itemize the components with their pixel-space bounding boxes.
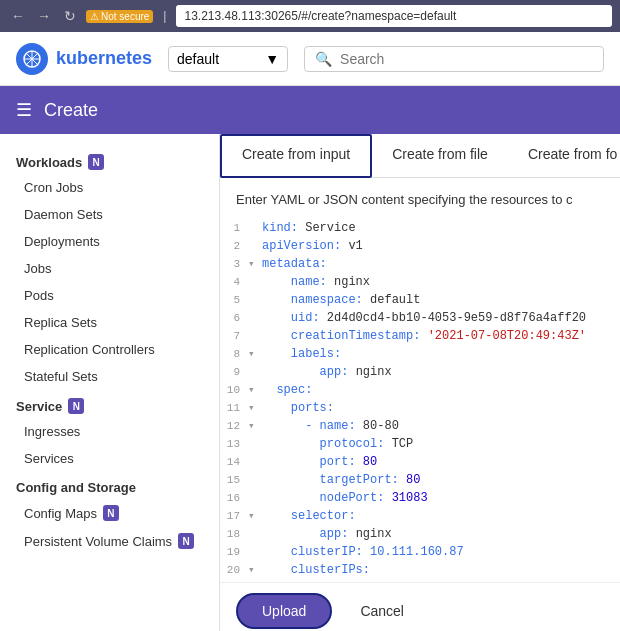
line-content: metadata: [262, 255, 620, 273]
line-content: app: nginx [262, 363, 620, 381]
code-line-2: 2 apiVersion: v1 [220, 237, 620, 255]
main-layout: Workloads N Cron Jobs Daemon Sets Deploy… [0, 134, 620, 631]
sidebar-item-replication-controllers[interactable]: Replication Controllers [0, 336, 219, 363]
line-content: spec: [262, 381, 620, 399]
line-content: - 10.111.160.87 [262, 579, 620, 582]
create-header-bar: ☰ Create [0, 86, 620, 134]
url-bar[interactable]: 13.213.48.113:30265/#/create?namespace=d… [176, 5, 612, 27]
tab-create-from-input[interactable]: Create from input [220, 134, 372, 178]
kubernetes-logo: kubernetes [16, 43, 152, 75]
sidebar-item-ingresses[interactable]: Ingresses [0, 418, 219, 445]
line-content: uid: 2d4d0cd4-bb10-4053-9e59-d8f76a4aff2… [262, 309, 620, 327]
browser-bar: ← → ↻ ⚠ Not secure | 13.213.48.113:30265… [0, 0, 620, 32]
line-arrow: ▾ [248, 255, 262, 273]
code-line-6: 6 uid: 2d4d0cd4-bb10-4053-9e59-d8f76a4af… [220, 309, 620, 327]
line-content: targetPort: 80 [262, 471, 620, 489]
sidebar: Workloads N Cron Jobs Daemon Sets Deploy… [0, 134, 220, 631]
line-content: - name: 80-80 [262, 417, 620, 435]
code-line-5: 5 namespace: default [220, 291, 620, 309]
sidebar-item-replica-sets[interactable]: Replica Sets [0, 309, 219, 336]
line-content: namespace: default [262, 291, 620, 309]
line-content: name: nginx [262, 273, 620, 291]
sidebar-section-config: Config and Storage [0, 472, 219, 499]
line-number: 5 [220, 291, 248, 309]
code-line-19: 19 clusterIP: 10.111.160.87 [220, 543, 620, 561]
namespace-selector[interactable]: default ▼ [168, 46, 288, 72]
warning-icon: ⚠ [90, 11, 99, 22]
search-bar[interactable]: 🔍 [304, 46, 604, 72]
code-line-15: 15 targetPort: 80 [220, 471, 620, 489]
line-content: creationTimestamp: '2021-07-08T20:49:43Z… [262, 327, 620, 345]
forward-button[interactable]: → [34, 8, 54, 24]
url-separator: | [159, 9, 170, 23]
code-line-10: 10▾ spec: [220, 381, 620, 399]
line-number: 18 [220, 525, 248, 543]
line-content: apiVersion: v1 [262, 237, 620, 255]
sidebar-item-config-maps[interactable]: Config Maps N [0, 499, 219, 527]
sidebar-item-cron-jobs[interactable]: Cron Jobs [0, 174, 219, 201]
line-arrow: ▾ [248, 381, 262, 399]
line-arrow: ▾ [248, 507, 262, 525]
hamburger-menu[interactable]: ☰ [16, 99, 32, 121]
code-line-1: 1 kind: Service [220, 219, 620, 237]
config-maps-badge: N [103, 505, 119, 521]
line-content: clusterIP: 10.111.160.87 [262, 543, 620, 561]
code-line-3: 3▾metadata: [220, 255, 620, 273]
line-content: protocol: TCP [262, 435, 620, 453]
sidebar-item-daemon-sets[interactable]: Daemon Sets [0, 201, 219, 228]
reload-button[interactable]: ↻ [60, 8, 80, 24]
code-line-17: 17▾ selector: [220, 507, 620, 525]
sidebar-section-workloads: Workloads N [0, 146, 219, 174]
code-line-13: 13 protocol: TCP [220, 435, 620, 453]
content-area: Create from input Create from file Creat… [220, 134, 620, 631]
sidebar-item-pods[interactable]: Pods [0, 282, 219, 309]
line-number: 21 [220, 579, 248, 582]
service-badge: N [68, 398, 84, 414]
code-line-9: 9 app: nginx [220, 363, 620, 381]
bottom-actions: Upload Cancel [220, 582, 620, 631]
tab-create-from-file[interactable]: Create from file [372, 134, 508, 177]
line-number: 19 [220, 543, 248, 561]
line-arrow: ▾ [248, 345, 262, 363]
code-line-14: 14 port: 80 [220, 453, 620, 471]
security-warning: ⚠ Not secure [86, 10, 153, 23]
line-content: ports: [262, 399, 620, 417]
sidebar-section-service: Service N [0, 390, 219, 418]
cancel-button[interactable]: Cancel [344, 595, 420, 627]
upload-button[interactable]: Upload [236, 593, 332, 629]
sidebar-item-services[interactable]: Services [0, 445, 219, 472]
code-line-20: 20▾ clusterIPs: [220, 561, 620, 579]
chevron-down-icon: ▼ [265, 51, 279, 67]
code-editor[interactable]: 1 kind: Service2 apiVersion: v13▾metadat… [220, 215, 620, 582]
code-line-8: 8▾ labels: [220, 345, 620, 363]
sidebar-item-stateful-sets[interactable]: Stateful Sets [0, 363, 219, 390]
line-number: 13 [220, 435, 248, 453]
line-number: 7 [220, 327, 248, 345]
sidebar-item-deployments[interactable]: Deployments [0, 228, 219, 255]
tab-create-from-form[interactable]: Create from fo [508, 134, 620, 177]
editor-hint: Enter YAML or JSON content specifying th… [220, 178, 620, 215]
line-number: 8 [220, 345, 248, 363]
line-arrow: ▾ [248, 561, 262, 579]
line-number: 16 [220, 489, 248, 507]
search-input[interactable] [340, 51, 593, 67]
line-number: 11 [220, 399, 248, 417]
line-number: 17 [220, 507, 248, 525]
line-arrow: ▾ [248, 417, 262, 435]
code-line-16: 16 nodePort: 31083 [220, 489, 620, 507]
line-number: 14 [220, 453, 248, 471]
code-line-4: 4 name: nginx [220, 273, 620, 291]
code-line-18: 18 app: nginx [220, 525, 620, 543]
back-button[interactable]: ← [8, 8, 28, 24]
line-number: 20 [220, 561, 248, 579]
line-number: 2 [220, 237, 248, 255]
sidebar-item-pvc[interactable]: Persistent Volume Claims N [0, 527, 219, 555]
line-number: 4 [220, 273, 248, 291]
line-number: 6 [220, 309, 248, 327]
line-number: 3 [220, 255, 248, 273]
pvc-badge: N [178, 533, 194, 549]
logo-icon [16, 43, 48, 75]
sidebar-item-jobs[interactable]: Jobs [0, 255, 219, 282]
code-line-11: 11▾ ports: [220, 399, 620, 417]
line-content: clusterIPs: [262, 561, 620, 579]
